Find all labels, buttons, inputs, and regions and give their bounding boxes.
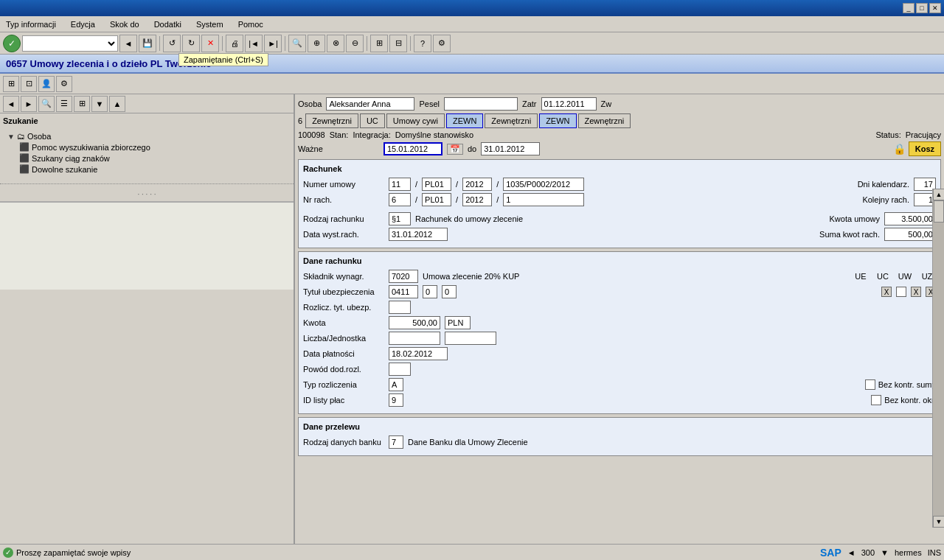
print-button[interactable]: 🖨 bbox=[226, 35, 243, 52]
minimize-button[interactable]: _ bbox=[903, 3, 914, 13]
sub-btn-4[interactable]: ⚙ bbox=[56, 76, 72, 92]
powod-input[interactable] bbox=[389, 363, 411, 376]
tree-item-szukany[interactable]: ⬛ Szukany ciąg znaków bbox=[18, 153, 288, 164]
first-button[interactable]: |◄ bbox=[245, 35, 263, 52]
help-button[interactable]: ? bbox=[414, 35, 431, 52]
nr-rach-3[interactable] bbox=[462, 193, 492, 206]
tree-item-dowolne[interactable]: ⬛ Dowolne szukanie bbox=[18, 164, 288, 175]
tytul-input-3[interactable] bbox=[442, 285, 457, 298]
lp-forward-btn[interactable]: ► bbox=[21, 96, 37, 112]
close-button[interactable]: ✕ bbox=[929, 3, 941, 13]
last-button[interactable]: ►| bbox=[264, 35, 282, 52]
refresh2-button[interactable]: ↻ bbox=[182, 35, 200, 52]
numer-umowy-1[interactable] bbox=[389, 178, 411, 191]
lp-list-btn[interactable]: ☰ bbox=[56, 96, 72, 112]
settings-button[interactable]: ⚙ bbox=[433, 35, 451, 52]
tab-zewn-1[interactable]: ZEWN bbox=[446, 113, 483, 128]
wazne-to-input[interactable] bbox=[481, 142, 540, 155]
menu-skok-do[interactable]: Skok do bbox=[107, 18, 142, 30]
scroll-thumb[interactable] bbox=[934, 200, 944, 223]
menu-edycja[interactable]: Edycja bbox=[68, 18, 98, 30]
kosz-button[interactable]: Kosz bbox=[909, 141, 941, 156]
window-controls[interactable]: _ □ ✕ bbox=[903, 3, 941, 13]
sub-btn-2[interactable]: ⊡ bbox=[21, 76, 37, 92]
sub-btn-1[interactable]: ⊞ bbox=[3, 76, 19, 92]
lp-back-btn[interactable]: ◄ bbox=[3, 96, 19, 112]
nr-rach-1[interactable] bbox=[389, 193, 411, 206]
suma-kwot-input[interactable] bbox=[884, 228, 936, 241]
nr-rach-label: Nr rach. bbox=[303, 195, 384, 204]
lp-grid-btn[interactable]: ⊞ bbox=[74, 96, 90, 112]
typ-input[interactable] bbox=[389, 378, 403, 391]
layout-button[interactable]: ⊟ bbox=[389, 35, 407, 52]
numer-umowy-3[interactable] bbox=[462, 178, 492, 191]
search-label: Szukanie bbox=[3, 116, 291, 125]
numer-umowy-2[interactable] bbox=[422, 178, 451, 191]
nav-back-button[interactable]: ◄ bbox=[119, 35, 137, 52]
wazne-calendar-icon[interactable]: 📅 bbox=[447, 144, 463, 155]
bez-kontr-sumy-checkbox[interactable] bbox=[865, 379, 875, 390]
find3-button[interactable]: ⊗ bbox=[327, 35, 344, 52]
kwota-input[interactable] bbox=[389, 316, 440, 329]
right-scrollbar[interactable]: ▲ ▼ bbox=[932, 189, 944, 528]
kwota-umowy-input[interactable] bbox=[884, 212, 936, 225]
tab-uc[interactable]: UC bbox=[360, 113, 385, 128]
scroll-track[interactable] bbox=[933, 200, 944, 516]
osoba-input[interactable] bbox=[326, 97, 414, 111]
tytul-input-1[interactable] bbox=[389, 285, 418, 298]
menu-typ-informacji[interactable]: Typ informacji bbox=[3, 18, 59, 30]
menu-pomoc[interactable]: Pomoc bbox=[235, 18, 266, 30]
kwota-row: Kwota bbox=[303, 316, 936, 329]
status-nav-left[interactable]: ◄ bbox=[847, 548, 856, 557]
wazne-from-input[interactable] bbox=[384, 142, 442, 155]
tree-item-icon-1: ⬛ bbox=[19, 142, 30, 152]
skladnik-code-input[interactable] bbox=[389, 270, 418, 283]
rodzaj-banku-input[interactable] bbox=[389, 435, 403, 449]
separator-1 bbox=[159, 36, 160, 51]
command-dropdown[interactable] bbox=[22, 35, 118, 52]
id-listy-input[interactable] bbox=[389, 393, 403, 407]
refresh-button[interactable]: ↺ bbox=[163, 35, 181, 52]
uw-checkbox[interactable]: X bbox=[911, 287, 921, 297]
menu-dodatki[interactable]: Dodatki bbox=[151, 18, 184, 30]
tree-item-pomoc[interactable]: ⬛ Pomoc wyszukiwania zbiorczego bbox=[18, 141, 288, 153]
data-platnosci-input[interactable] bbox=[389, 347, 448, 360]
tab-zewnetrzni-3[interactable]: Zewnętrzni bbox=[578, 113, 631, 128]
tab-zewnetrzni-1[interactable]: Zewnętrzni bbox=[305, 113, 358, 128]
ok-button[interactable]: ✓ bbox=[3, 35, 21, 52]
tytul-input-2[interactable] bbox=[423, 285, 437, 298]
liczba-input-1[interactable] bbox=[389, 332, 440, 345]
ue-checkbox[interactable]: X bbox=[881, 287, 892, 297]
menu-system[interactable]: System bbox=[193, 18, 226, 30]
scroll-up-btn[interactable]: ▲ bbox=[933, 189, 944, 200]
find-button[interactable]: 🔍 bbox=[288, 35, 306, 52]
grid-button[interactable]: ⊞ bbox=[370, 35, 388, 52]
bez-kontr-okr-checkbox[interactable] bbox=[871, 395, 881, 405]
save-button[interactable]: 💾 bbox=[139, 35, 156, 52]
rozlicz-input[interactable] bbox=[389, 301, 411, 314]
tab-zewn-2[interactable]: ZEWN bbox=[539, 113, 576, 128]
find2-button[interactable]: ⊕ bbox=[308, 35, 325, 52]
sub-btn-3[interactable]: 👤 bbox=[38, 76, 55, 92]
find4-button[interactable]: ⊖ bbox=[346, 35, 364, 52]
scroll-down-btn[interactable]: ▼ bbox=[933, 516, 944, 528]
lp-expand-btn[interactable]: ▼ bbox=[91, 96, 108, 112]
lp-search-btn[interactable]: 🔍 bbox=[38, 96, 55, 112]
pesel-input[interactable] bbox=[444, 97, 518, 111]
maximize-button[interactable]: □ bbox=[916, 3, 928, 13]
tab-umowy-cywi[interactable]: Umowy cywi bbox=[386, 113, 445, 128]
data-wyst-input[interactable] bbox=[389, 228, 448, 241]
tab-zewnetrzni-2[interactable]: Zewnętrzni bbox=[485, 113, 538, 128]
liczba-input-2[interactable] bbox=[445, 332, 496, 345]
stop-button[interactable]: ✕ bbox=[201, 35, 219, 52]
lp-collapse-btn[interactable]: ▲ bbox=[109, 96, 125, 112]
zatr-input[interactable] bbox=[541, 97, 597, 111]
numer-umowy-4[interactable] bbox=[503, 178, 584, 191]
nr-rach-2[interactable] bbox=[422, 193, 451, 206]
rodzaj-rach-input[interactable] bbox=[389, 212, 411, 225]
uc-checkbox[interactable] bbox=[896, 287, 906, 297]
nr-rach-4[interactable] bbox=[503, 193, 584, 206]
status-speed-dropdown[interactable]: ▼ bbox=[881, 548, 889, 557]
tree-root[interactable]: ▼ 🗂 Osoba bbox=[6, 131, 288, 141]
kwota-currency-input[interactable] bbox=[445, 316, 471, 329]
